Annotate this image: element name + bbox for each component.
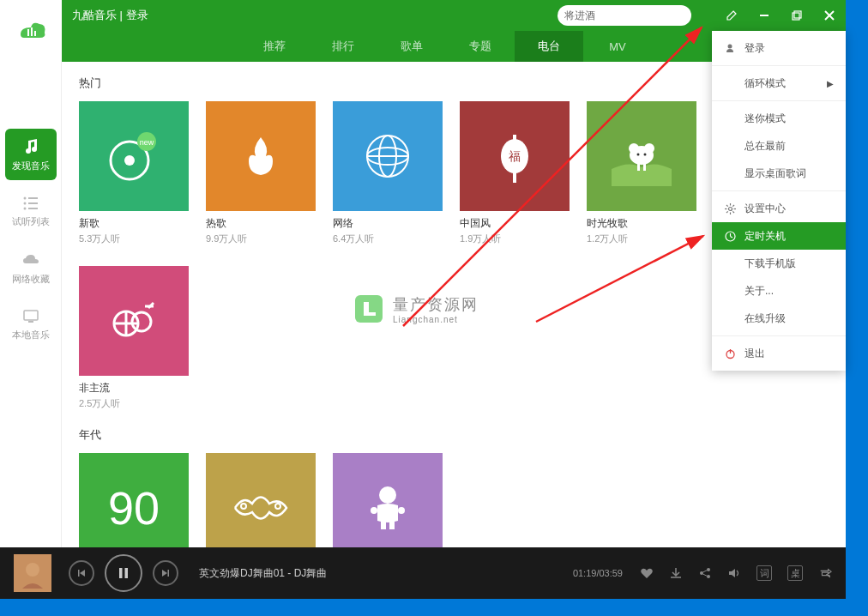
- menu-online-upgrade[interactable]: 在线升级: [712, 305, 846, 332]
- menu-exit[interactable]: 退出: [712, 340, 846, 367]
- svg-point-14: [23, 207, 26, 209]
- user-icon: [724, 42, 736, 54]
- nav-tab-radio[interactable]: 电台: [515, 31, 583, 62]
- svg-point-49: [275, 504, 280, 509]
- sidebar-item-local[interactable]: 本地音乐: [5, 299, 57, 350]
- menu-loop-mode[interactable]: 循环模式▶: [712, 69, 846, 97]
- svg-rect-37: [643, 162, 646, 171]
- nav-tab-rank[interactable]: 排行: [309, 31, 377, 62]
- titlebar: 九酷音乐 | 登录: [0, 0, 846, 31]
- loop-button[interactable]: [818, 566, 832, 580]
- settings-dropdown: 登录 循环模式▶ 迷你模式 总在最前 显示桌面歌词 设置中心 定时关机 下载手机…: [712, 31, 846, 371]
- svg-point-45: [132, 312, 151, 331]
- svg-rect-76: [119, 568, 123, 578]
- svg-line-67: [730, 236, 732, 238]
- section-title-era: 年代: [79, 427, 829, 443]
- menu-desktop-lyric[interactable]: 显示桌面歌词: [712, 160, 846, 187]
- svg-rect-1: [31, 27, 33, 36]
- search-box[interactable]: [558, 5, 691, 26]
- svg-rect-15: [28, 208, 38, 209]
- svg-point-53: [371, 507, 377, 514]
- sidebar-item-cloud[interactable]: 网络收藏: [5, 242, 57, 293]
- app-title: 九酷音乐 | 登录: [72, 8, 148, 23]
- menu-login[interactable]: 登录: [712, 34, 846, 62]
- svg-point-35: [644, 154, 647, 156]
- wrench-icon[interactable]: [726, 9, 738, 21]
- clock-icon: [724, 230, 736, 242]
- nav-tab-playlist[interactable]: 歌单: [377, 31, 446, 62]
- menu-always-on-top[interactable]: 总在最前: [712, 132, 846, 160]
- download-button[interactable]: [669, 566, 683, 580]
- svg-rect-28: [513, 135, 516, 143]
- lyric-button[interactable]: 词: [756, 565, 772, 581]
- play-pause-button[interactable]: [105, 554, 142, 592]
- svg-rect-51: [381, 519, 386, 529]
- card-new-songs[interactable]: new新歌5.3万人听: [79, 101, 189, 245]
- svg-point-55: [728, 45, 732, 49]
- svg-rect-75: [78, 570, 80, 577]
- svg-point-50: [379, 486, 396, 504]
- list-icon: [22, 195, 39, 212]
- desktop-lyric-button[interactable]: 桌: [787, 565, 803, 581]
- sidebar-label: 试听列表: [12, 215, 50, 228]
- svg-point-33: [644, 143, 654, 154]
- svg-point-12: [23, 202, 26, 204]
- favorite-button[interactable]: [640, 566, 654, 580]
- svg-rect-36: [637, 162, 640, 171]
- close-button[interactable]: [823, 9, 835, 21]
- svg-line-63: [726, 211, 728, 213]
- menu-about[interactable]: 关于...: [712, 277, 846, 305]
- nav-tab-topic[interactable]: 专题: [446, 31, 515, 62]
- prev-button[interactable]: [69, 560, 94, 586]
- card-alternative[interactable]: 非主流2.5万人听: [79, 266, 189, 410]
- search-input[interactable]: [564, 9, 693, 21]
- card-hot-songs[interactable]: 热歌9.9万人听: [206, 101, 316, 245]
- monitor-icon: [22, 308, 39, 325]
- svg-line-61: [726, 205, 728, 207]
- nav-tab-mv[interactable]: MV: [583, 31, 652, 62]
- power-icon: [724, 347, 736, 359]
- svg-point-80: [707, 568, 710, 571]
- minimize-button[interactable]: [758, 9, 770, 21]
- svg-point-56: [728, 207, 732, 210]
- menu-settings-center[interactable]: 设置中心: [712, 195, 846, 222]
- app-logo: [0, 0, 62, 62]
- svg-point-54: [398, 507, 405, 514]
- share-button[interactable]: [698, 566, 712, 580]
- card-pastoral[interactable]: 时光牧歌1.2万人听: [587, 101, 696, 245]
- menu-download-mobile[interactable]: 下载手机版: [712, 250, 846, 277]
- nav-tab-recommend[interactable]: 推荐: [240, 31, 309, 62]
- svg-point-81: [707, 575, 710, 578]
- player-time: 01:19/03:59: [573, 568, 623, 578]
- svg-point-34: [637, 154, 640, 156]
- svg-text:new: new: [140, 138, 154, 147]
- svg-rect-78: [168, 570, 170, 577]
- card-network[interactable]: 网络6.4万人听: [333, 101, 443, 245]
- svg-line-62: [732, 211, 734, 213]
- sidebar-item-history[interactable]: 试听列表: [5, 185, 57, 237]
- svg-line-83: [703, 574, 708, 577]
- sidebar-label: 网络收藏: [12, 273, 50, 286]
- svg-rect-6: [793, 13, 799, 20]
- now-playing-title: 英文劲爆DJ舞曲01 - DJ舞曲: [199, 566, 327, 581]
- menu-mini-mode[interactable]: 迷你模式: [712, 105, 846, 132]
- svg-rect-13: [28, 202, 38, 204]
- maximize-button[interactable]: [791, 9, 803, 21]
- album-art[interactable]: [14, 554, 51, 592]
- sidebar-item-discover[interactable]: 发现音乐: [5, 129, 57, 180]
- svg-rect-2: [34, 31, 36, 36]
- svg-line-82: [703, 571, 708, 573]
- svg-line-64: [732, 205, 734, 207]
- menu-timed-shutdown[interactable]: 定时关机: [712, 222, 846, 250]
- svg-rect-52: [389, 519, 395, 529]
- card-chinese-style[interactable]: 福中国风1.9万人听: [460, 101, 570, 245]
- next-button[interactable]: [153, 560, 178, 586]
- svg-point-20: [124, 155, 135, 166]
- svg-rect-7: [794, 11, 801, 18]
- svg-rect-11: [28, 197, 38, 199]
- svg-point-10: [23, 196, 26, 199]
- gear-icon: [724, 202, 736, 214]
- volume-button[interactable]: [727, 566, 741, 580]
- svg-rect-0: [27, 29, 29, 36]
- music-note-icon: [21, 137, 40, 156]
